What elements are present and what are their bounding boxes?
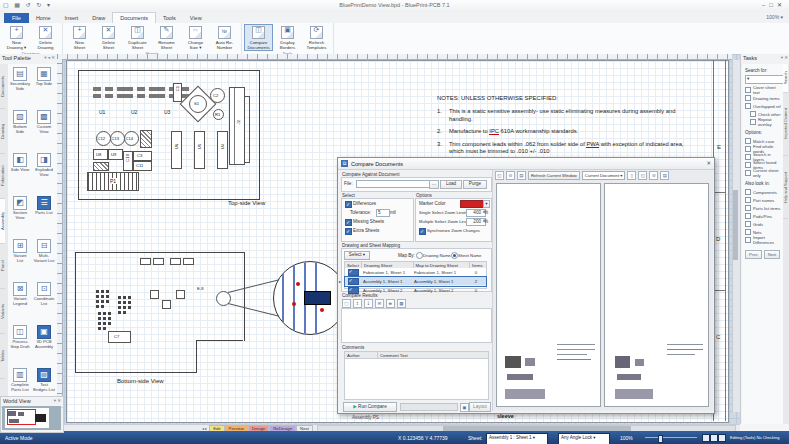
maximize-icon[interactable]: □ <box>769 2 777 8</box>
tool-palette-header-icons[interactable]: ▾ ◂ ✕ <box>44 55 55 64</box>
next-button[interactable]: Next <box>764 250 781 259</box>
window-controls[interactable]: –□✕ <box>762 1 786 8</box>
results-icon-next[interactable]: ↧ <box>364 299 373 308</box>
chart-icon[interactable]: ▤ <box>660 171 669 180</box>
ribbon-button[interactable]: Compare Documents <box>244 24 273 51</box>
compare-results-list[interactable] <box>341 308 492 343</box>
layout-toggle-icon[interactable] <box>702 434 710 442</box>
zoom-out-icon[interactable]: ⊖ <box>649 171 658 180</box>
zoom-fit-icon[interactable]: ◱ <box>638 171 647 180</box>
palette-category-tab[interactable]: Documents <box>0 64 5 109</box>
results-icon-prev[interactable]: ↥ <box>353 299 362 308</box>
zoom-fit-icon[interactable]: ◱ <box>495 171 504 180</box>
tab-file[interactable]: File <box>4 13 29 23</box>
page-icon[interactable]: ▯ <box>627 171 636 180</box>
ribbon-button[interactable]: Auto Re- Number <box>210 24 239 51</box>
results-icon-export[interactable]: ✉ <box>375 299 384 308</box>
palette-tool[interactable]: Section View <box>8 193 32 236</box>
layout-toggle-icon[interactable] <box>718 434 726 442</box>
zoom-slider-thumb[interactable] <box>658 435 663 443</box>
palette-category-tab[interactable]: Tables <box>0 334 5 379</box>
tab-view[interactable]: View <box>183 13 209 23</box>
also-look-checkbox[interactable]: Import Differences <box>745 236 783 244</box>
palette-category-tab[interactable]: Drawing <box>0 109 5 154</box>
palette-tool[interactable]: Parts List <box>32 193 56 236</box>
palette-tool[interactable]: Custom View <box>32 107 56 150</box>
world-view-thumbnail[interactable] <box>2 406 61 430</box>
load-button[interactable]: Load <box>440 180 462 189</box>
chart-icon[interactable]: ▤ <box>517 171 526 180</box>
preview-page-current[interactable] <box>496 183 601 407</box>
sync-zoom-checkbox[interactable] <box>419 228 426 235</box>
preview-page-compared[interactable] <box>604 183 709 407</box>
marker-color-dropdown-icon[interactable]: ▾ <box>483 200 490 208</box>
prev-button[interactable]: Prev <box>745 250 762 259</box>
ribbon-button[interactable]: New Drawing ▾ <box>2 24 31 51</box>
ribbon-button[interactable]: Display Borders <box>273 24 302 51</box>
missing-sheets-checkbox[interactable] <box>345 219 352 226</box>
tab-tools[interactable]: Tools <box>156 13 183 23</box>
preview-toolbar[interactable]: ◱ ⊖ ▤ Refresh Current Window Current Doc… <box>495 171 711 179</box>
sheet-selector[interactable]: Assembly 1 : Sheet 1 ▾ <box>486 433 548 444</box>
tasks-header-icons[interactable]: ▾ ✕ <box>781 55 788 64</box>
layout-button[interactable]: Layout <box>469 402 491 412</box>
ribbon-button[interactable]: Change Size ▾ <box>181 24 210 51</box>
palette-tool[interactable]: Exploded View <box>32 150 56 193</box>
file-input[interactable] <box>356 180 430 188</box>
comments-list[interactable] <box>344 358 489 400</box>
palette-tool[interactable]: Top Side <box>32 64 56 107</box>
search-scope-checkbox[interactable]: Repeat overlay <box>750 118 783 126</box>
tolerance-input[interactable]: 5 <box>376 209 390 217</box>
palette-category-tab[interactable]: Panel <box>0 244 5 289</box>
results-toolbar[interactable]: ▢ ↥ ↧ ✉ ≣ ▦ <box>342 299 406 308</box>
zoom-out-icon[interactable]: ⊖ <box>506 171 515 180</box>
palette-tool[interactable]: Side View <box>8 150 32 193</box>
map-by-sheet-radio[interactable] <box>451 252 458 259</box>
palette-tool[interactable]: Variant List <box>8 236 32 279</box>
ribbon-button[interactable]: Rename Sheet <box>152 24 181 51</box>
also-look-checkbox[interactable]: Parts list items <box>745 204 783 212</box>
tab-home[interactable]: Home <box>29 13 58 23</box>
dialog-close-icon[interactable]: ✕ <box>706 160 711 166</box>
row-checkbox[interactable] <box>348 269 359 276</box>
results-icon-select[interactable]: ▢ <box>342 299 351 308</box>
extra-sheets-checkbox[interactable] <box>345 228 352 235</box>
multi-zoom-spinner[interactable]: 200 <box>466 218 486 226</box>
marker-color-swatch[interactable] <box>460 200 484 208</box>
world-view-header-icons[interactable]: ▾ ✕ <box>54 398 61 406</box>
tab-documents[interactable]: Documents <box>112 12 156 23</box>
tab-draw[interactable]: Draw <box>85 13 112 23</box>
dialog-title-bar[interactable]: ⧉ Compare Documents ✕ <box>338 158 714 170</box>
palette-tool[interactable]: Bottom Side <box>8 107 32 150</box>
mapping-table-row[interactable]: Assembly 1, Sheet 1 Assembly 1, Sheet 1 … <box>345 277 486 286</box>
search-option-checkbox[interactable]: Current sheet only <box>745 169 783 177</box>
palette-category-tab[interactable]: Assembly <box>0 199 5 244</box>
palette-category-tab[interactable]: Variants <box>0 289 5 334</box>
layout-icon[interactable]: ▣ <box>460 403 469 412</box>
palette-tool[interactable]: Process Step Draft <box>8 322 32 365</box>
layout-toggle-icon[interactable] <box>710 434 718 442</box>
also-look-checkbox[interactable]: Part names <box>745 196 783 204</box>
single-zoom-spinner[interactable]: 400 <box>466 209 486 217</box>
results-icon-list[interactable]: ≣ <box>386 299 395 308</box>
ribbon-button[interactable]: Delete Drawing <box>31 24 60 51</box>
ribbon-button[interactable]: Delete Sheet <box>94 24 123 51</box>
top-side-board-outline[interactable]: U1 U2 U3 C1 S1 C2 R1 J2 C12 C13 C14 U6 U… <box>78 70 260 200</box>
tab-insert[interactable]: Insert <box>58 13 86 23</box>
canvas-vertical-scrollbar-thumb[interactable] <box>733 190 738 260</box>
palette-tool[interactable]: 3D PCB Assembly <box>32 322 56 365</box>
mapping-table-row[interactable]: Fabrication 1, Sheet 1 Fabrication 1, Sh… <box>345 268 486 277</box>
tasks-tab-imported-content[interactable]: Imported Content <box>783 93 788 156</box>
zoom-slider-track[interactable] <box>645 437 697 438</box>
palette-tool[interactable]: Coordinate List <box>32 279 56 322</box>
ribbon-button[interactable]: New Sheet <box>65 24 94 51</box>
angle-lock-selector[interactable]: Any Angle Lock ▾ <box>558 433 610 444</box>
also-look-checkbox[interactable]: Grids <box>745 220 783 228</box>
palette-tool[interactable]: Variant Legend <box>8 279 32 322</box>
browse-button[interactable]: ... <box>429 180 439 189</box>
results-icon-grid[interactable]: ▦ <box>397 299 406 308</box>
refresh-preview-button[interactable]: Refresh Current Window <box>528 171 580 180</box>
search-scope-checkbox[interactable]: Overlapped ref <box>745 102 783 110</box>
world-view-viewport-indicator[interactable] <box>7 409 36 425</box>
also-look-checkbox[interactable]: Components <box>745 188 783 196</box>
